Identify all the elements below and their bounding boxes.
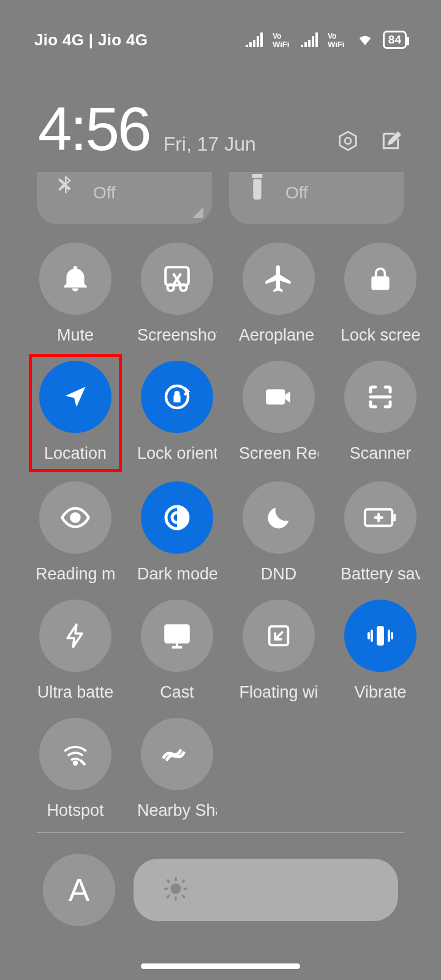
signal-icon [301, 32, 319, 47]
bluetooth-sub: Off [93, 183, 116, 203]
edit-button[interactable] [379, 129, 403, 153]
location-tile[interactable]: Location [29, 354, 122, 472]
vibrate-icon [364, 621, 397, 650]
qs-grid: Mute Screenshot Aeroplane m Lock screen … [0, 243, 441, 820]
torch-title [285, 166, 308, 177]
nearby-share-icon [160, 742, 194, 766]
svg-text:Vo: Vo [273, 32, 281, 40]
floating-window-label: Floating wi [239, 683, 318, 702]
mute-tile[interactable]: Mute [36, 243, 115, 345]
ultra-battery-label: Ultra batte [37, 683, 114, 702]
scanner-tile[interactable]: Scanner [341, 361, 420, 466]
torch-icon [244, 171, 271, 202]
battery-plus-icon [363, 505, 398, 530]
hotspot-tile[interactable]: Hotspot [36, 718, 115, 820]
moon-icon [265, 503, 293, 532]
battery-indicator: 84 [383, 31, 407, 49]
brightness-slider[interactable] [134, 859, 398, 921]
clock: 4:56 [38, 98, 150, 159]
battery-saver-tile[interactable]: Battery sav [341, 481, 420, 584]
bluetooth-icon [51, 171, 78, 200]
monitor-icon [162, 620, 192, 651]
bluetooth-title [93, 166, 116, 177]
svg-point-21 [172, 884, 180, 893]
svg-text:WiFi: WiFi [273, 40, 289, 48]
dnd-tile[interactable]: DND [239, 481, 318, 584]
dnd-label: DND [261, 565, 297, 584]
lockscreen-label: Lock screen [341, 326, 420, 345]
scanner-label: Scanner [350, 444, 412, 463]
wifi-icon [356, 32, 374, 47]
vowifi-icon: VoWiFi [273, 32, 292, 48]
scan-icon [366, 382, 395, 412]
aeroplane-label: Aeroplane m [239, 326, 318, 345]
bolt-icon [62, 618, 89, 654]
floating-window-tile[interactable]: Floating wi [239, 600, 318, 702]
svg-text:WiFi: WiFi [328, 40, 344, 48]
location-label: Location [44, 444, 107, 463]
scissors-icon [162, 263, 192, 294]
qs-header: 4:56 Fri, 17 Jun [0, 80, 441, 170]
divider [37, 832, 404, 833]
gesture-handle[interactable] [141, 963, 300, 969]
lockscreen-tile[interactable]: Lock screen [341, 243, 420, 345]
cast-label: Cast [160, 683, 194, 702]
svg-point-10 [180, 284, 186, 290]
video-icon [263, 382, 294, 412]
dark-mode-label: Dark mode [137, 565, 217, 584]
battery-saver-label: Battery sav [341, 565, 420, 584]
lock-orientation-tile[interactable]: Lock orient [137, 361, 217, 466]
screen-record-label: Screen Rec [239, 444, 318, 463]
signal-icon [246, 32, 264, 47]
mute-label: Mute [57, 326, 94, 345]
vibrate-label: Vibrate [354, 683, 406, 702]
reading-mode-label: Reading mo [36, 565, 115, 584]
svg-rect-7 [252, 174, 263, 178]
svg-rect-19 [377, 626, 384, 646]
hotspot-icon [60, 741, 91, 767]
svg-rect-6 [253, 179, 261, 199]
bluetooth-expand-icon[interactable] [192, 207, 203, 218]
aeroplane-icon [263, 263, 295, 295]
auto-brightness-button[interactable]: A [43, 854, 115, 926]
nearby-share-tile[interactable]: Nearby Sha [137, 718, 217, 820]
screen-record-tile[interactable]: Screen Rec [239, 361, 318, 466]
svg-rect-8 [165, 267, 189, 285]
torch-sub: Off [285, 183, 308, 203]
svg-point-9 [167, 284, 173, 290]
bluetooth-tile[interactable]: Off [37, 172, 212, 224]
ultra-battery-tile[interactable]: Ultra batte [36, 600, 115, 702]
svg-rect-16 [393, 514, 396, 521]
hotspot-label: Hotspot [47, 801, 104, 820]
screenshot-label: Screenshot [137, 326, 217, 345]
eye-icon [59, 502, 91, 533]
svg-marker-4 [340, 132, 356, 150]
auto-brightness-label: A [69, 872, 90, 908]
nearby-share-label: Nearby Sha [137, 801, 217, 820]
screenshot-tile[interactable]: Screenshot [137, 243, 217, 345]
date: Fri, 17 Jun [164, 133, 256, 156]
rotation-lock-icon [160, 380, 194, 413]
settings-button[interactable] [336, 129, 360, 153]
aeroplane-tile[interactable]: Aeroplane m [239, 243, 318, 345]
svg-text:Vo: Vo [328, 32, 336, 40]
statusbar: Jio 4G | Jio 4G VoWiFi VoWiFi 84 [0, 0, 441, 80]
svg-point-5 [345, 138, 351, 144]
status-indicators: VoWiFi VoWiFi 84 [246, 31, 407, 49]
svg-rect-17 [165, 625, 189, 642]
contrast-icon [162, 503, 192, 532]
dark-mode-tile[interactable]: Dark mode [137, 481, 217, 584]
cast-tile[interactable]: Cast [137, 600, 217, 702]
vowifi-icon: VoWiFi [328, 32, 347, 48]
floating-window-icon [265, 622, 293, 650]
location-icon [62, 383, 89, 410]
vibrate-tile[interactable]: Vibrate [341, 600, 420, 702]
reading-mode-tile[interactable]: Reading mo [36, 481, 115, 584]
svg-point-20 [74, 761, 77, 764]
bell-icon [60, 263, 91, 294]
carrier-text: Jio 4G | Jio 4G [34, 31, 148, 50]
lock-icon [367, 265, 394, 292]
svg-point-12 [72, 514, 80, 522]
torch-tile[interactable]: Off [229, 172, 404, 224]
lock-orientation-label: Lock orient [137, 444, 217, 463]
